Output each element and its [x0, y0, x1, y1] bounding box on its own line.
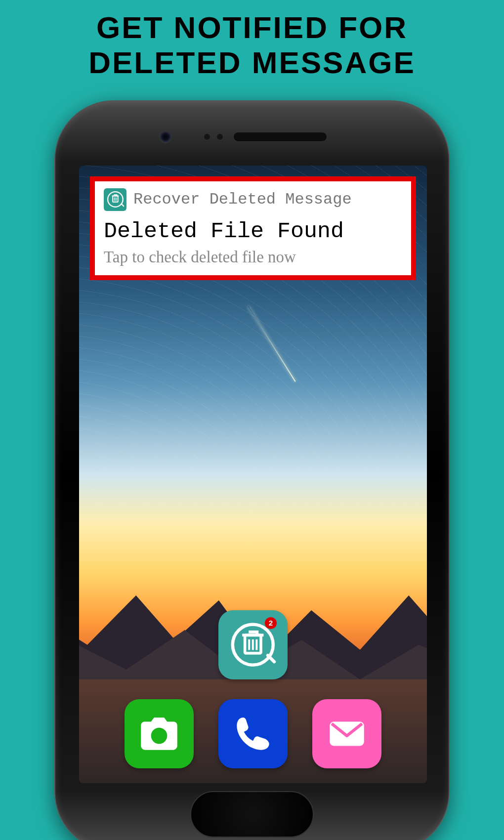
- phone-top-hardware: [55, 122, 449, 152]
- notification-app-icon: [104, 188, 126, 211]
- phone-body: Recover Deleted Message Deleted File Fou…: [54, 100, 450, 840]
- notification-title: Deleted File Found: [104, 219, 402, 244]
- recover-app-badge: 2: [265, 617, 277, 629]
- dock: [125, 699, 381, 768]
- home-screen-apps: 2: [79, 610, 427, 768]
- earpiece-speaker: [233, 132, 327, 142]
- sensor-dot: [204, 133, 210, 140]
- notification-app-name: Recover Deleted Message: [133, 190, 352, 209]
- notification-header: Recover Deleted Message: [104, 188, 402, 211]
- headline-line-2: DELETED MESSAGE: [0, 45, 504, 80]
- phone-screen[interactable]: Recover Deleted Message Deleted File Fou…: [79, 166, 427, 783]
- camera-app-icon[interactable]: [125, 699, 194, 768]
- recover-app-icon[interactable]: 2: [218, 610, 288, 679]
- phone-app-icon[interactable]: [218, 699, 288, 768]
- phone-mockup: Recover Deleted Message Deleted File Fou…: [54, 100, 450, 840]
- sensors: [204, 133, 223, 140]
- mail-app-icon[interactable]: [312, 699, 381, 768]
- sensor-dot: [216, 133, 223, 140]
- notification-card[interactable]: Recover Deleted Message Deleted File Fou…: [90, 176, 416, 280]
- home-button[interactable]: [190, 791, 314, 838]
- notification-subtitle: Tap to check deleted file now: [104, 248, 402, 266]
- headline-line-1: GET NOTIFIED FOR: [0, 10, 504, 45]
- svg-point-4: [151, 727, 168, 744]
- front-camera: [159, 130, 172, 143]
- promo-headline: GET NOTIFIED FOR DELETED MESSAGE: [0, 0, 504, 81]
